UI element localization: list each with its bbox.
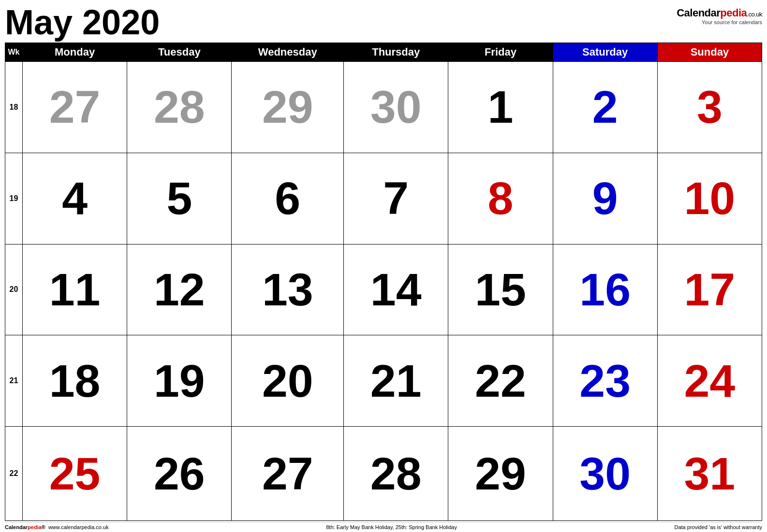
day-cell-10-sun: 10 [657,153,762,244]
week-row-21: 2118192021222324 [5,335,762,427]
week-num-18: 18 [5,62,23,153]
monday-header: Monday [23,43,127,62]
footer-website: www.calendarpedia.co.uk [48,524,109,530]
day-cell-4-mon: 4 [23,153,127,244]
footer-logo: Calendarpedia® [5,524,45,530]
logo-couk: .co.uk [747,11,762,18]
day-cell-14-thu: 14 [344,244,448,335]
day-cell-31-sun: 31 [657,427,762,521]
footer-disclaimer: Data provided 'as is' without warranty [674,524,762,530]
tuesday-header: Tuesday [127,43,232,62]
footer-logo-red: pedia [28,524,42,530]
week-num-22: 22 [5,427,23,521]
day-cell-12-tue: 12 [127,244,232,335]
footer-left: Calendarpedia® www.calendarpedia.co.uk [5,524,109,530]
day-cell-13-wed: 13 [232,244,344,335]
header: May 2020 Calendarpedia.co.uk Your source… [5,5,762,40]
day-cell-28-thu: 28 [344,427,448,521]
thursday-header: Thursday [344,43,448,62]
day-cell-1-fri: 1 [448,62,553,153]
day-cell-27-mon: 27 [23,62,127,153]
day-cell-11-mon: 11 [23,244,127,335]
day-cell-15-fri: 15 [448,244,553,335]
week-num-19: 19 [5,153,23,244]
day-cell-29-wed: 29 [232,62,344,153]
day-cell-2-sat: 2 [553,62,657,153]
day-cell-6-wed: 6 [232,153,344,244]
logo-text: Calendarpedia.co.uk [677,7,762,19]
day-cell-8-fri: 8 [448,153,553,244]
calendar-table: Wk Monday Tuesday Wednesday Thursday Fri… [5,43,762,521]
day-cell-30-thu: 30 [344,62,448,153]
sunday-header: Sunday [657,43,762,62]
footer-notes: 8th: Early May Bank Holiday, 25th: Sprin… [326,524,457,530]
day-cell-5-tue: 5 [127,153,232,244]
day-cell-3-sun: 3 [657,62,762,153]
day-cell-29-fri: 29 [448,427,553,521]
logo-area: Calendarpedia.co.uk Your source for cale… [677,7,762,25]
friday-header: Friday [448,43,553,62]
column-headers: Wk Monday Tuesday Wednesday Thursday Fri… [5,43,762,62]
footer: Calendarpedia® www.calendarpedia.co.uk 8… [5,522,762,532]
day-cell-26-tue: 26 [127,427,232,521]
calendar-container: Wk Monday Tuesday Wednesday Thursday Fri… [5,43,762,521]
day-cell-25-mon: 25 [23,427,127,521]
day-cell-24-sun: 24 [657,335,762,427]
day-cell-9-sat: 9 [553,153,657,244]
week-row-18: 1827282930123 [5,62,762,153]
day-cell-7-thu: 7 [344,153,448,244]
logo-tagline: Your source for calendars [702,19,762,25]
week-num-20: 20 [5,244,23,335]
week-row-20: 2011121314151617 [5,244,762,335]
wednesday-header: Wednesday [232,43,344,62]
day-cell-17-sun: 17 [657,244,762,335]
day-cell-23-sat: 23 [553,335,657,427]
day-cell-27-wed: 27 [232,427,344,521]
week-num-21: 21 [5,335,23,427]
day-cell-22-fri: 22 [448,335,553,427]
week-row-19: 1945678910 [5,153,762,244]
wk-col-header: Wk [5,43,23,62]
page: May 2020 Calendarpedia.co.uk Your source… [0,0,767,532]
day-cell-28-tue: 28 [127,62,232,153]
day-cell-19-tue: 19 [127,335,232,427]
saturday-header: Saturday [553,43,657,62]
day-cell-21-thu: 21 [344,335,448,427]
day-cell-16-sat: 16 [553,244,657,335]
month-title: May 2020 [5,5,160,40]
calendar-body: 1827282930123194567891020111213141516172… [5,62,762,521]
logo-pedia: pedia [720,7,747,19]
week-row-22: 2225262728293031 [5,427,762,521]
day-cell-18-mon: 18 [23,335,127,427]
day-cell-30-sat: 30 [553,427,657,521]
day-cell-20-wed: 20 [232,335,344,427]
